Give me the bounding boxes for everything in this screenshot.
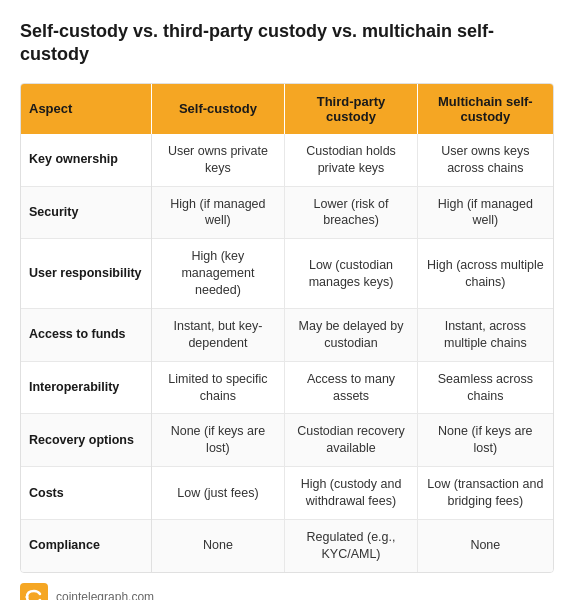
cell-aspect: Key ownership [21, 134, 151, 186]
page-title: Self-custody vs. third-party custody vs.… [20, 20, 554, 67]
cell-multi: High (across multiple chains) [417, 239, 553, 309]
table-row: CostsLow (just fees)High (custody and wi… [21, 467, 553, 520]
cell-self: User owns private keys [151, 134, 285, 186]
cell-third: Custodian recovery available [285, 414, 417, 467]
header-multichain: Multichain self-custody [417, 84, 553, 134]
cell-third: Low (custodian manages keys) [285, 239, 417, 309]
cell-aspect: Security [21, 186, 151, 239]
svg-point-0 [26, 595, 29, 598]
cell-multi: Seamless across chains [417, 361, 553, 414]
table-body: Key ownershipUser owns private keysCusto… [21, 134, 553, 572]
header-aspect: Aspect [21, 84, 151, 134]
cell-multi: None (if keys are lost) [417, 414, 553, 467]
cell-multi: High (if managed well) [417, 186, 553, 239]
cell-third: Access to many assets [285, 361, 417, 414]
cell-aspect: User responsibility [21, 239, 151, 309]
cell-self: Instant, but key-dependent [151, 308, 285, 361]
cell-third: May be delayed by custodian [285, 308, 417, 361]
comparison-table: Aspect Self-custody Third-party custody … [21, 84, 553, 572]
cell-self: High (key management needed) [151, 239, 285, 309]
table-row: Recovery optionsNone (if keys are lost)C… [21, 414, 553, 467]
cell-self: Low (just fees) [151, 467, 285, 520]
cell-third: High (custody and withdrawal fees) [285, 467, 417, 520]
footer: cointelegraph.com [20, 583, 554, 600]
cell-aspect: Interoperability [21, 361, 151, 414]
cell-multi: User owns keys across chains [417, 134, 553, 186]
cell-multi: Low (transaction and bridging fees) [417, 467, 553, 520]
cell-third: Lower (risk of breaches) [285, 186, 417, 239]
brand-logo [20, 583, 48, 600]
table-row: SecurityHigh (if managed well)Lower (ris… [21, 186, 553, 239]
table-header-row: Aspect Self-custody Third-party custody … [21, 84, 553, 134]
cell-aspect: Access to funds [21, 308, 151, 361]
cell-multi: Instant, across multiple chains [417, 308, 553, 361]
cell-self: Limited to specific chains [151, 361, 285, 414]
cell-third: Regulated (e.g., KYC/AML) [285, 519, 417, 571]
table-row: ComplianceNoneRegulated (e.g., KYC/AML)N… [21, 519, 553, 571]
table-row: InteroperabilityLimited to specific chai… [21, 361, 553, 414]
comparison-table-wrapper: Aspect Self-custody Third-party custody … [20, 83, 554, 573]
header-self-custody: Self-custody [151, 84, 285, 134]
cell-aspect: Recovery options [21, 414, 151, 467]
cell-self: High (if managed well) [151, 186, 285, 239]
table-row: User responsibilityHigh (key management … [21, 239, 553, 309]
footer-site: cointelegraph.com [56, 590, 154, 600]
table-row: Access to fundsInstant, but key-dependen… [21, 308, 553, 361]
table-row: Key ownershipUser owns private keysCusto… [21, 134, 553, 186]
cell-third: Custodian holds private keys [285, 134, 417, 186]
cell-aspect: Compliance [21, 519, 151, 571]
cell-aspect: Costs [21, 467, 151, 520]
cell-self: None [151, 519, 285, 571]
cell-multi: None [417, 519, 553, 571]
cell-self: None (if keys are lost) [151, 414, 285, 467]
header-third-party: Third-party custody [285, 84, 417, 134]
